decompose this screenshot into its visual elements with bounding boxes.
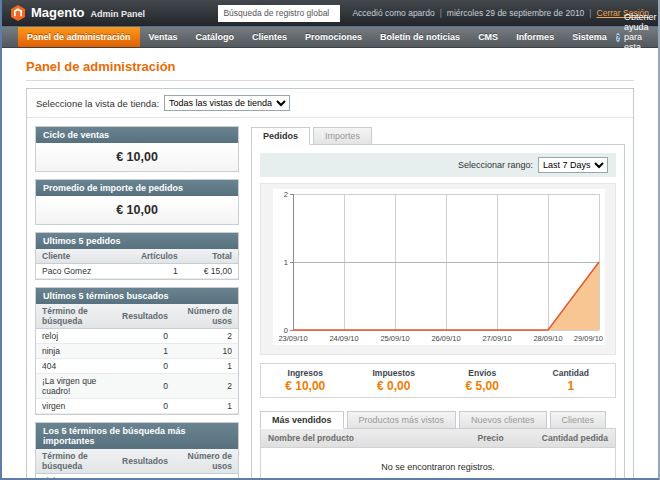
cell-term: Paco Gomez (36, 264, 118, 279)
help-link[interactable]: ? Obtener ayuda para esta página (616, 27, 660, 47)
total-label: Impuestos (350, 368, 439, 378)
store-view-select[interactable]: Todas las vistas de tienda (164, 95, 290, 111)
last-search-terms-box: Ultimos 5 términos buscados Término de b… (35, 287, 239, 415)
svg-text:28/09/10: 28/09/10 (533, 334, 562, 343)
cell-value: 2 (174, 329, 238, 344)
right-column: PedidosImportes Seleccionar rango: Last … (251, 126, 625, 480)
table-header-row: ClienteArtículosTotal (36, 249, 238, 264)
cell-value: 10 (174, 474, 238, 480)
cell-value: 1 (116, 344, 174, 359)
column-header-numero-de-usos: Número de usos (174, 449, 238, 474)
tab-nuevos-clientes[interactable]: Nuevos clientes (459, 411, 547, 429)
cell-value: 1 (174, 359, 238, 374)
svg-text:24/09/10: 24/09/10 (329, 334, 358, 343)
products-table-header: Nombre del productoPrecioCantidad pedida (261, 429, 615, 448)
column-header-total: Total (184, 249, 238, 264)
svg-text:29/09/10: 29/09/10 (574, 334, 603, 343)
cell-term: ninja (36, 474, 116, 480)
total-value: € 5,00 (438, 379, 527, 393)
table-row: virgen01 (36, 399, 238, 414)
total-label: Cantidad (527, 368, 616, 378)
logo-title: Magento (31, 5, 84, 20)
table-row: reloj02 (36, 329, 238, 344)
logo-subtitle: Admin Panel (90, 9, 145, 19)
column-header-resultados: Resultados (116, 304, 174, 329)
tab-mas-vendidos[interactable]: Más vendidos (260, 411, 344, 429)
current-date: miércoles 29 de septiembre de 2010 (447, 8, 585, 18)
cell-value: 0 (116, 329, 174, 344)
store-view-label: Seleccione la vista de tienda: (36, 98, 159, 109)
total-value: € 0,00 (350, 379, 439, 393)
header-user-area: Accedió como apardo | miércoles 29 de se… (352, 8, 649, 18)
average-orders-box: Promedio de importe de pedidos € 10,00 (35, 179, 239, 225)
cell-value: 1 (174, 399, 238, 414)
column-header-cliente: Cliente (36, 249, 118, 264)
svg-text:25/09/10: 25/09/10 (380, 334, 409, 343)
cell-value: 1 (116, 474, 174, 480)
left-column: Ciclo de ventas € 10,00 Promedio de impo… (35, 126, 239, 480)
orders-panel: Seleccionar rango: Last 7 Days 01223/09/… (251, 144, 625, 480)
nav-item-informes[interactable]: Informes (507, 27, 563, 47)
last-orders-box: Ultimos 5 pedidos ClienteArtículosTotalP… (35, 232, 239, 280)
box-title: Ultimos 5 términos buscados (36, 288, 238, 304)
nav-item-clientes[interactable]: Clientes (243, 27, 296, 47)
top-header-bar: Magento Admin Panel Accedió como apardo … (2, 0, 658, 27)
tab-pedidos[interactable]: Pedidos (251, 127, 310, 145)
cell-term: 404 (36, 359, 116, 374)
tab-clientes[interactable]: Clientes (550, 411, 607, 429)
dashboard-columns: Ciclo de ventas € 10,00 Promedio de impo… (27, 118, 633, 480)
svg-text:1: 1 (284, 258, 288, 267)
nav-item-promociones[interactable]: Promociones (296, 27, 371, 47)
cell-value: 0 (116, 399, 174, 414)
bottom-tabs: Más vendidosProductos más vistosNuevos c… (260, 410, 616, 428)
cell-value: € 15,00 (184, 264, 238, 279)
cell-value: 1 (118, 264, 184, 279)
nav-item-catalogo[interactable]: Catálogo (187, 27, 244, 47)
dashboard-container: Seleccione la vista de tienda: Todas las… (26, 88, 634, 480)
nav-item-sistema[interactable]: Sistema (563, 27, 616, 47)
global-search-input[interactable] (218, 5, 340, 22)
cell-value: 2 (174, 374, 238, 399)
cell-value: 10 (174, 344, 238, 359)
total-label: Ingresos (261, 368, 350, 378)
cell-value: 0 (116, 359, 174, 374)
column-header-precio: Precio (471, 429, 535, 448)
tab-importes[interactable]: Importes (313, 127, 372, 145)
chart-tabs: PedidosImportes (251, 126, 625, 144)
lifetime-sales-box: Ciclo de ventas € 10,00 (35, 126, 239, 172)
svg-text:27/09/10: 27/09/10 (482, 334, 511, 343)
range-selector-bar: Seleccionar rango: Last 7 Days (260, 153, 616, 177)
column-header-termino-de-busqueda: Término de búsqueda (36, 304, 116, 329)
column-header-articulos: Artículos (118, 249, 184, 264)
tab-productos-mas-vistos[interactable]: Productos más vistos (347, 411, 457, 429)
cell-term: reloj (36, 329, 116, 344)
help-icon: ? (616, 33, 620, 42)
nav-item-cms[interactable]: CMS (469, 27, 507, 47)
nav-item-ventas[interactable]: Ventas (140, 27, 187, 47)
box-title: Ultimos 5 pedidos (36, 233, 238, 249)
total-value: € 10,00 (261, 379, 350, 393)
table-row: ninja110 (36, 474, 238, 480)
range-select[interactable]: Last 7 Days (538, 157, 608, 173)
nav-item-panel-de-administracion[interactable]: Panel de administración (18, 27, 140, 47)
box-title: Promedio de importe de pedidos (36, 180, 238, 196)
orders-chart: 01223/09/1024/09/1025/09/1026/09/1027/09… (260, 183, 616, 355)
magento-logo: Magento Admin Panel (11, 5, 145, 21)
main-nav-bar: Panel de administraciónVentasCatálogoCli… (2, 27, 658, 48)
table-row: 40401 (36, 359, 238, 374)
products-grid: Nombre del productoPrecioCantidad pedida… (260, 428, 616, 480)
svg-text:23/09/10: 23/09/10 (278, 334, 307, 343)
total-cantidad: Cantidad1 (527, 368, 616, 393)
magento-logo-icon (11, 5, 25, 21)
table-row: ¡La virgen que cuadro!02 (36, 374, 238, 399)
top-search-terms-table: Término de búsquedaResultadosNúmero de u… (36, 449, 238, 480)
table-row: No se encontraron registros. (261, 448, 615, 480)
page-title: Panel de administración (26, 56, 634, 81)
orders-area-chart: 01223/09/1024/09/1025/09/1026/09/1027/09… (273, 189, 605, 345)
column-header-numero-de-usos: Número de usos (174, 304, 238, 329)
total-value: 1 (527, 379, 616, 393)
cell-term: ninja (36, 344, 116, 359)
logged-in-as: Accedió como apardo (352, 8, 434, 18)
products-table: Nombre del productoPrecioCantidad pedida… (261, 429, 615, 480)
nav-item-boletin-de-noticias[interactable]: Boletín de noticias (371, 27, 469, 47)
